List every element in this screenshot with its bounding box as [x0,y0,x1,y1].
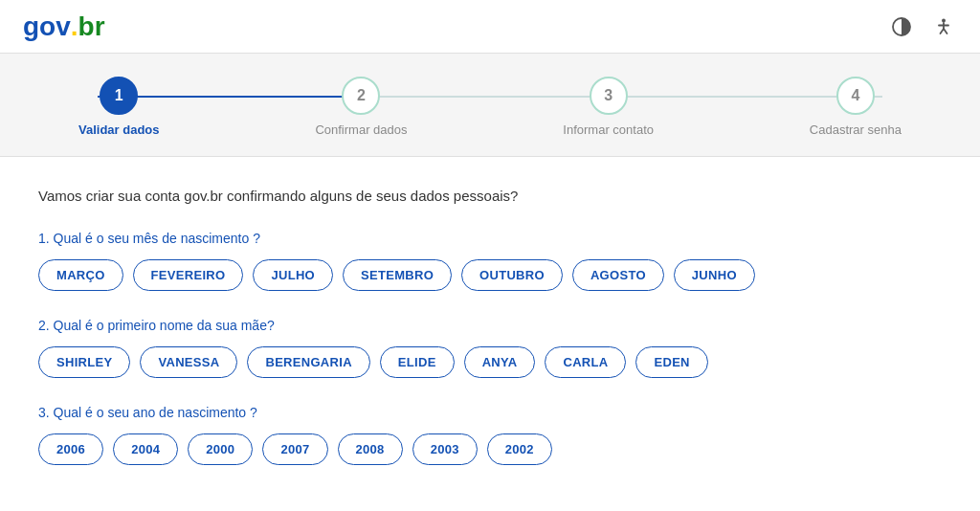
progress-line [98,96,882,98]
q2-suffix: ? [267,318,275,333]
header: gov.br [0,0,980,54]
option-q1-agosto[interactable]: AGOSTO [572,259,664,291]
question-3-block: 3. Qual é o seu ano de nascimento ? 2006… [38,405,823,465]
accessibility-icon[interactable] [930,13,957,40]
step-3: 3 Informar contato [563,77,654,137]
intro-text: Vamos criar sua conta gov.br confirmando… [38,188,823,204]
contrast-icon[interactable] [888,13,915,40]
option-q3-2004[interactable]: 2004 [113,433,178,465]
q3-suffix: ? [246,405,257,420]
option-q2-berengaria[interactable]: BERENGARIA [247,346,369,378]
question-1-label: 1. Qual é o seu mês de nascimento ? [38,231,823,246]
option-q2-shirley[interactable]: SHIRLEY [38,346,130,378]
option-q3-2006[interactable]: 2006 [38,433,103,465]
question-1-block: 1. Qual é o seu mês de nascimento ? MARÇ… [38,231,823,291]
step-3-label: Informar contato [563,122,654,137]
step-2: 2 Confirmar dados [315,77,407,137]
question-3-label: 3. Qual é o seu ano de nascimento ? [38,405,823,420]
logo-br: br [78,13,105,40]
question-2-block: 2. Qual é o primeiro nome da sua mãe? SH… [38,318,823,378]
option-q1-junho[interactable]: JUNHO [674,259,755,291]
main-content: Vamos criar sua conta gov.br confirmando… [0,157,861,511]
svg-point-1 [942,18,946,22]
q2-highlight: primeiro nome da sua mãe [107,318,267,333]
header-icons [888,13,957,40]
step-1-circle: 1 [100,77,138,115]
q3-prefix: 3. Qual é o seu [38,405,133,420]
q2-prefix: 2. Qual é o [38,318,107,333]
progress-section: 1 Validar dados 2 Confirmar dados 3 Info… [0,54,980,157]
option-q1-março[interactable]: MARÇO [38,259,123,291]
option-q3-2002[interactable]: 2002 [487,433,552,465]
logo: gov.br [23,13,105,40]
svg-line-5 [944,29,947,33]
question-2-label: 2. Qual é o primeiro nome da sua mãe? [38,318,823,333]
logo-gov: gov [23,13,71,40]
step-2-circle: 2 [342,77,380,115]
option-q1-setembro[interactable]: SETEMBRO [343,259,452,291]
option-q2-vanessa[interactable]: VANESSA [140,346,237,378]
option-q1-julho[interactable]: JULHO [253,259,333,291]
option-q1-fevereiro[interactable]: FEVEREIRO [133,259,244,291]
option-q1-outubro[interactable]: OUTUBRO [461,259,563,291]
option-q3-2003[interactable]: 2003 [412,433,478,465]
step-4: 4 Cadastrar senha [810,77,902,137]
option-q2-anya[interactable]: ANYA [464,346,536,378]
option-q3-2008[interactable]: 2008 [338,433,403,465]
option-q2-eden[interactable]: EDEN [635,346,707,378]
q1-prefix: 1. Qual é o seu [38,231,133,246]
step-3-circle: 3 [590,77,628,115]
step-4-circle: 4 [836,77,875,115]
q1-highlight: mês de nascimento [133,231,249,246]
q1-suffix: ? [249,231,260,246]
logo-dot: . [71,13,78,40]
step-1: 1 Validar dados [78,77,160,137]
progress-bar-container: 1 Validar dados 2 Confirmar dados 3 Info… [78,77,902,137]
question-2-options: SHIRLEYVANESSABERENGARIAELIDEANYACARLAED… [38,346,823,378]
option-q2-elide[interactable]: ELIDE [380,346,455,378]
option-q2-carla[interactable]: CARLA [545,346,626,378]
step-2-label: Confirmar dados [315,122,407,137]
question-1-options: MARÇOFEVEREIROJULHOSETEMBROOUTUBROAGOSTO… [38,259,823,291]
step-4-label: Cadastrar senha [810,122,902,137]
option-q3-2007[interactable]: 2007 [262,433,327,465]
question-3-options: 2006200420002007200820032002 [38,433,823,465]
q3-highlight: ano de nascimento [133,405,246,420]
step-1-label: Validar dados [78,122,160,137]
option-q3-2000[interactable]: 2000 [188,433,253,465]
